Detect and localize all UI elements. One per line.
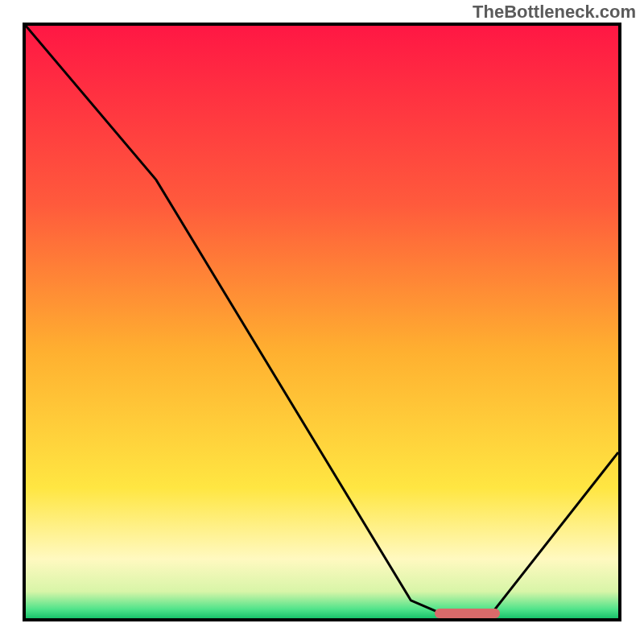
optimal-marker <box>435 609 500 618</box>
watermark-text: TheBottleneck.com <box>473 2 636 23</box>
chart-frame <box>23 23 621 621</box>
chart-container: TheBottleneck.com <box>0 0 644 644</box>
curve-plot <box>26 26 618 618</box>
curve-path <box>26 26 618 618</box>
